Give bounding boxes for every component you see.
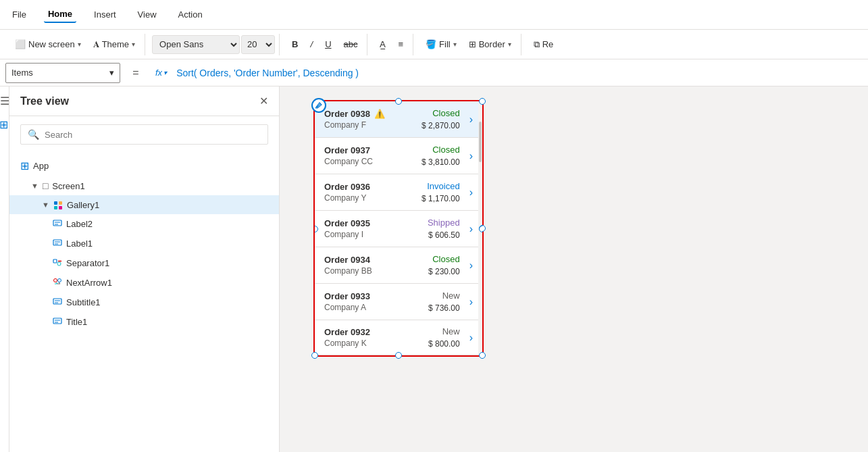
item-main: Order 0933 Company A xyxy=(324,291,423,312)
fill-label: Fill xyxy=(439,39,451,49)
font-color-button[interactable]: A̲ xyxy=(374,36,391,52)
handle-item-right[interactable] xyxy=(479,226,482,232)
item-status: Closed xyxy=(432,254,459,264)
fx-label: fx xyxy=(155,68,162,78)
strikethrough-icon: abc xyxy=(344,39,358,49)
item-chevron-icon: › xyxy=(469,150,473,162)
app-icon: ⊞ xyxy=(20,159,29,172)
title1-label: Title1 xyxy=(66,317,87,327)
gallery-item[interactable]: Order 0934 Company BB Closed $ 230.00 › xyxy=(315,247,482,284)
item-chevron-icon: › xyxy=(469,332,473,344)
subtitle-icon xyxy=(53,297,62,308)
equals-button[interactable]: = xyxy=(126,63,146,83)
strikethrough-button[interactable]: abc xyxy=(338,36,363,52)
fill-button[interactable]: 🪣 Fill ▾ xyxy=(420,36,462,52)
font-size-select[interactable]: 20 xyxy=(241,35,275,54)
align-button[interactable]: ≡ xyxy=(392,36,409,52)
gallery-item[interactable]: Order 0933 Company A New $ 736.00 › xyxy=(315,284,482,320)
item-amount: $ 736.00 xyxy=(428,303,460,313)
item-order: Order 0934 xyxy=(324,255,423,265)
gallery-item[interactable]: Order 0936 Company Y Invoiced $ 1,170.00… xyxy=(315,174,482,211)
item-chevron-icon: › xyxy=(469,223,473,235)
sidebar-item-label2[interactable]: Label2 xyxy=(9,214,279,234)
item-order: Order 0937 xyxy=(324,145,416,155)
scrollbar-thumb[interactable] xyxy=(479,122,482,162)
svg-rect-3 xyxy=(59,206,62,209)
formula-input[interactable] xyxy=(176,63,863,83)
gallery-item[interactable]: Order 0937 Company CC Closed $ 3,810.00 … xyxy=(315,138,482,174)
toolbar-screen-group: ⬜ New screen ▾ 𝐀 Theme ▾ xyxy=(5,34,145,55)
gallery-expand-icon: ▼ xyxy=(42,201,49,209)
menu-view[interactable]: View xyxy=(134,7,161,22)
svg-point-14 xyxy=(58,279,61,282)
gallery-item[interactable]: Order 0935 Company I Shipped $ 606.50 › xyxy=(315,211,482,247)
sidebar-item-title1[interactable]: Title1 xyxy=(9,312,279,332)
item-company: Company A xyxy=(324,303,423,312)
theme-button[interactable]: 𝐀 Theme ▾ xyxy=(88,36,141,53)
formula-bar: Items ▾ = fx ▾ xyxy=(0,59,868,86)
sidebar-item-gallery1[interactable]: ▼ Gallery1 xyxy=(9,195,279,214)
bold-button[interactable]: B xyxy=(286,36,303,52)
svg-rect-4 xyxy=(53,220,61,226)
menu-insert[interactable]: Insert xyxy=(90,7,120,22)
handle-top-mid[interactable] xyxy=(395,98,402,105)
edit-handle[interactable] xyxy=(311,98,326,113)
font-family-select[interactable]: Open Sans xyxy=(152,35,240,54)
italic-button[interactable]: / xyxy=(305,36,319,52)
handle-item-left[interactable] xyxy=(315,226,318,232)
item-amount: $ 230.00 xyxy=(428,267,460,276)
sidebar-close-button[interactable]: ✕ xyxy=(259,95,268,107)
svg-rect-7 xyxy=(53,240,61,245)
menu-action[interactable]: Action xyxy=(174,7,207,22)
handle-bottom-mid[interactable] xyxy=(395,352,402,359)
gallery: Order 0938 ⚠️ Company F Closed $ 2,870.0… xyxy=(315,101,482,355)
left-rail: ☰ ⊞ xyxy=(0,86,9,452)
sidebar-item-app[interactable]: ⊞ App xyxy=(9,155,279,176)
menu-home[interactable]: Home xyxy=(44,6,76,23)
gallery-item[interactable]: Order 0932 Company K New $ 800.00 › xyxy=(315,320,482,355)
gallery-wrapper[interactable]: Order 0938 ⚠️ Company F Closed $ 2,870.0… xyxy=(313,100,484,357)
underline-button[interactable]: U xyxy=(320,36,336,52)
item-order: Order 0935 xyxy=(324,218,422,228)
warning-icon: ⚠️ xyxy=(374,109,385,119)
gallery-item[interactable]: Order 0938 ⚠️ Company F Closed $ 2,870.0… xyxy=(315,101,482,138)
item-right: Closed $ 3,810.00 xyxy=(422,145,460,167)
reorder-button[interactable]: ⧉ Re xyxy=(528,36,559,53)
item-chevron-icon: › xyxy=(469,186,473,199)
screen1-label: Screen1 xyxy=(52,181,84,191)
sidebar: Tree view ✕ 🔍 ⊞ App ▼ □ Screen1 ▼ xyxy=(9,86,280,452)
sidebar-item-label1[interactable]: Label1 xyxy=(9,234,279,253)
item-right: New $ 800.00 xyxy=(428,326,460,349)
theme-chevron: ▾ xyxy=(132,41,135,48)
search-icon: 🔍 xyxy=(28,129,39,140)
item-right: Closed $ 2,870.00 xyxy=(422,108,460,130)
item-chevron-icon: › xyxy=(469,296,473,308)
reorder-icon: ⧉ xyxy=(534,39,540,50)
fx-button[interactable]: fx ▾ xyxy=(151,65,171,80)
item-amount: $ 1,170.00 xyxy=(422,194,460,203)
sidebar-item-nextarrow1[interactable]: NextArrow1 xyxy=(9,273,279,293)
svg-rect-15 xyxy=(53,299,61,304)
handle-top-right[interactable] xyxy=(479,98,486,105)
item-right: Invoiced $ 1,170.00 xyxy=(422,181,460,203)
arrow-icon xyxy=(53,277,62,288)
new-screen-button[interactable]: ⬜ New screen ▾ xyxy=(9,36,86,52)
sidebar-item-separator1[interactable]: Separator1 xyxy=(9,253,279,273)
property-dropdown[interactable]: Items ▾ xyxy=(5,63,120,83)
search-input[interactable] xyxy=(45,130,261,140)
toolbar: ⬜ New screen ▾ 𝐀 Theme ▾ Open Sans 20 B … xyxy=(0,30,868,59)
sidebar-item-screen1[interactable]: ▼ □ Screen1 xyxy=(9,176,279,195)
handle-bottom-right[interactable] xyxy=(479,352,486,359)
item-order: Order 0933 xyxy=(324,291,423,301)
border-button[interactable]: ⊞ Border ▾ xyxy=(463,36,517,52)
tree-items: ⊞ App ▼ □ Screen1 ▼ xyxy=(9,153,279,452)
sidebar-item-subtitle1[interactable]: Subtitle1 xyxy=(9,293,279,312)
label-icon xyxy=(53,218,62,230)
sidebar-title: Tree view xyxy=(20,95,69,107)
handle-bottom-left[interactable] xyxy=(311,352,318,359)
toolbar-reorder-group: ⧉ Re xyxy=(524,34,563,55)
item-status: New xyxy=(442,326,460,336)
nextarrow1-label: NextArrow1 xyxy=(66,278,112,288)
label1-icon xyxy=(53,238,62,249)
menu-file[interactable]: File xyxy=(8,7,30,22)
